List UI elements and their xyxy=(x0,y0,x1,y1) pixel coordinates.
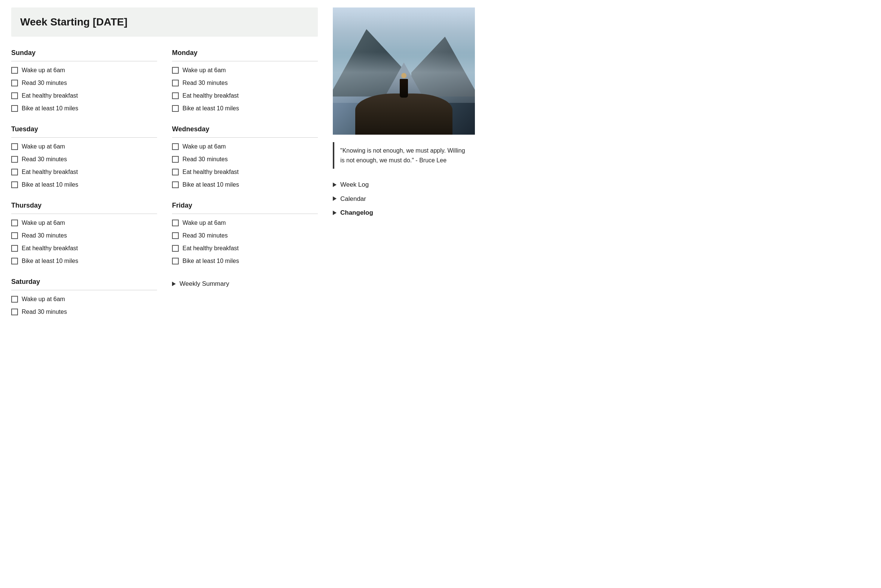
task-item: Bike at least 10 miles xyxy=(172,180,318,189)
painting-rock xyxy=(355,93,452,135)
task-checkbox[interactable] xyxy=(172,67,179,74)
task-label: Wake up at 6am xyxy=(22,295,65,304)
day-divider xyxy=(172,137,318,138)
sidebar-nav-label: Week Log xyxy=(340,180,369,190)
task-checkbox[interactable] xyxy=(11,105,18,112)
day-section-saturday: SaturdayWake up at 6amRead 30 minutes xyxy=(11,277,157,316)
task-item: Wake up at 6am xyxy=(172,142,318,151)
day-section-friday: FridayWake up at 6amRead 30 minutesEat h… xyxy=(172,201,318,266)
day-divider xyxy=(11,137,157,138)
task-checkbox[interactable] xyxy=(172,92,179,99)
task-checkbox[interactable] xyxy=(172,245,179,252)
task-label: Wake up at 6am xyxy=(183,66,226,75)
task-item: Read 30 minutes xyxy=(11,308,157,316)
weekly-summary-item[interactable]: Weekly Summary xyxy=(172,277,318,291)
day-title: Sunday xyxy=(11,48,157,58)
task-label: Eat healthy breakfast xyxy=(183,91,238,100)
triangle-icon xyxy=(172,282,176,286)
task-checkbox[interactable] xyxy=(11,169,18,176)
weekly-summary-label: Weekly Summary xyxy=(180,279,229,289)
task-label: Bike at least 10 miles xyxy=(183,104,239,113)
task-checkbox[interactable] xyxy=(172,220,179,226)
figure-coat xyxy=(400,79,408,98)
task-item: Read 30 minutes xyxy=(172,231,318,240)
task-item: Bike at least 10 miles xyxy=(172,256,318,266)
task-item: Bike at least 10 miles xyxy=(11,104,157,113)
task-checkbox[interactable] xyxy=(11,309,18,315)
task-item: Bike at least 10 miles xyxy=(11,256,157,266)
task-label: Read 30 minutes xyxy=(22,231,67,240)
sidebar-nav: Week LogCalendarChangelog xyxy=(333,178,475,220)
triangle-icon xyxy=(333,183,337,187)
sidebar-nav-item[interactable]: Calendar xyxy=(333,192,475,206)
task-checkbox[interactable] xyxy=(11,232,18,239)
day-section-tuesday: TuesdayWake up at 6amRead 30 minutesEat … xyxy=(11,124,157,189)
page-title: Week Starting [DATE] xyxy=(11,8,318,37)
task-label: Eat healthy breakfast xyxy=(22,91,78,100)
task-label: Bike at least 10 miles xyxy=(22,104,78,113)
day-section-monday: MondayWake up at 6amRead 30 minutesEat h… xyxy=(172,48,318,113)
task-item: Read 30 minutes xyxy=(11,231,157,240)
task-item: Eat healthy breakfast xyxy=(11,91,157,100)
task-checkbox[interactable] xyxy=(11,92,18,99)
task-label: Wake up at 6am xyxy=(183,142,226,151)
task-checkbox[interactable] xyxy=(172,156,179,163)
task-item: Read 30 minutes xyxy=(11,78,157,87)
task-checkbox[interactable] xyxy=(172,105,179,112)
day-title: Thursday xyxy=(11,201,157,211)
sidebar-nav-item[interactable]: Changelog xyxy=(333,206,475,220)
task-item: Read 30 minutes xyxy=(172,155,318,164)
task-checkbox[interactable] xyxy=(11,156,18,163)
task-item: Bike at least 10 miles xyxy=(172,104,318,113)
task-item: Eat healthy breakfast xyxy=(172,244,318,253)
task-checkbox[interactable] xyxy=(11,220,18,226)
task-checkbox[interactable] xyxy=(172,80,179,86)
task-label: Eat healthy breakfast xyxy=(22,168,78,177)
sidebar-nav-item[interactable]: Week Log xyxy=(333,178,475,192)
task-checkbox[interactable] xyxy=(172,232,179,239)
task-label: Bike at least 10 miles xyxy=(22,180,78,189)
task-item: Eat healthy breakfast xyxy=(172,168,318,177)
painting-image xyxy=(333,8,475,135)
right-column: MondayWake up at 6amRead 30 minutesEat h… xyxy=(172,48,318,328)
day-divider xyxy=(172,214,318,214)
task-item: Eat healthy breakfast xyxy=(11,168,157,177)
task-label: Read 30 minutes xyxy=(22,78,67,87)
task-checkbox[interactable] xyxy=(172,182,179,188)
task-checkbox[interactable] xyxy=(11,245,18,252)
task-label: Bike at least 10 miles xyxy=(183,180,239,189)
task-checkbox[interactable] xyxy=(11,80,18,86)
quote-text: "Knowing is not enough, we must apply. W… xyxy=(340,147,465,164)
day-divider xyxy=(11,214,157,214)
day-divider xyxy=(172,61,318,62)
task-item: Eat healthy breakfast xyxy=(172,91,318,100)
task-checkbox[interactable] xyxy=(11,143,18,150)
main-content: Week Starting [DATE] SundayWake up at 6a… xyxy=(11,8,318,332)
task-label: Bike at least 10 miles xyxy=(22,256,78,266)
task-item: Wake up at 6am xyxy=(172,219,318,227)
task-checkbox[interactable] xyxy=(172,258,179,264)
day-title: Tuesday xyxy=(11,124,157,134)
task-label: Read 30 minutes xyxy=(22,155,67,164)
task-label: Wake up at 6am xyxy=(22,142,65,151)
task-item: Bike at least 10 miles xyxy=(11,180,157,189)
task-label: Read 30 minutes xyxy=(183,231,228,240)
task-checkbox[interactable] xyxy=(11,258,18,264)
sidebar-nav-label: Calendar xyxy=(340,194,366,204)
day-title: Wednesday xyxy=(172,124,318,134)
figure-head xyxy=(401,73,406,78)
task-checkbox[interactable] xyxy=(11,296,18,303)
task-label: Wake up at 6am xyxy=(183,219,226,227)
task-checkbox[interactable] xyxy=(11,67,18,74)
sidebar: "Knowing is not enough, we must apply. W… xyxy=(333,8,475,332)
task-item: Wake up at 6am xyxy=(11,66,157,75)
day-title: Saturday xyxy=(11,277,157,287)
task-checkbox[interactable] xyxy=(172,143,179,150)
day-divider xyxy=(11,61,157,62)
day-title: Friday xyxy=(172,201,318,211)
task-checkbox[interactable] xyxy=(172,169,179,176)
task-checkbox[interactable] xyxy=(11,182,18,188)
task-item: Wake up at 6am xyxy=(11,219,157,227)
task-label: Eat healthy breakfast xyxy=(183,168,238,177)
triangle-icon xyxy=(333,196,337,201)
